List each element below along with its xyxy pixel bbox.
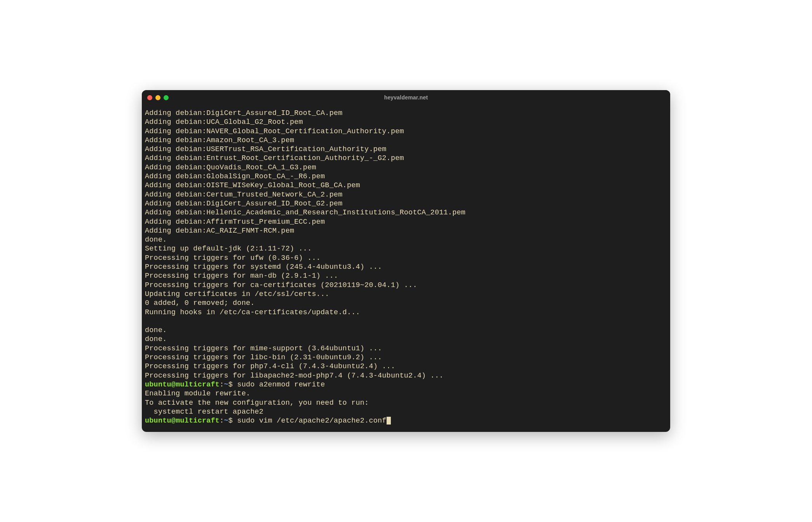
prompt-2: ubuntu@multicraft:~$ xyxy=(145,417,233,425)
terminal-body[interactable]: Adding debian:DigiCert_Assured_ID_Root_C… xyxy=(142,105,670,432)
command-1: sudo a2enmod rewrite xyxy=(237,381,325,389)
close-icon[interactable] xyxy=(147,95,152,100)
window-title: heyvaldemar.net xyxy=(384,94,428,101)
minimize-icon[interactable] xyxy=(155,95,160,100)
cursor-icon xyxy=(387,417,391,425)
terminal-window: heyvaldemar.net Adding debian:DigiCert_A… xyxy=(142,90,670,432)
terminal-output: Adding debian:DigiCert_Assured_ID_Root_C… xyxy=(145,109,465,380)
maximize-icon[interactable] xyxy=(164,95,169,100)
command-current[interactable]: sudo vim /etc/apache2/apache2.conf xyxy=(237,417,386,425)
prompt-1: ubuntu@multicraft:~$ xyxy=(145,381,233,389)
command-1-output: Enabling module rewrite. To activate the… xyxy=(145,390,369,416)
traffic-lights xyxy=(147,95,169,100)
titlebar: heyvaldemar.net xyxy=(142,90,670,105)
